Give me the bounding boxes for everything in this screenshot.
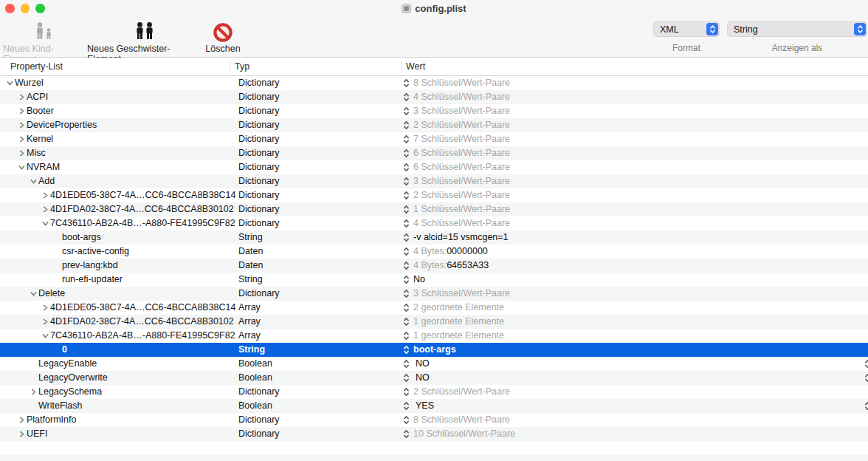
value-stepper-icon[interactable] [403, 120, 410, 130]
table-row[interactable]: 4D1FDA02-38C7-4A…CC6-4BCCA8B30102 Dictio… [0, 202, 868, 216]
value-stepper-icon[interactable] [403, 303, 410, 313]
disclosure-chevron-icon[interactable] [40, 188, 50, 202]
row-value-cell[interactable]: 2 geordnete Elemente [403, 301, 504, 315]
disclosure-chevron-icon[interactable] [40, 216, 50, 230]
row-type[interactable]: String [238, 343, 265, 357]
row-key[interactable]: NVRAM [27, 160, 60, 174]
row-key[interactable]: UEFI [27, 427, 47, 441]
disclosure-chevron-icon[interactable] [28, 287, 38, 301]
value-stepper-icon[interactable] [403, 345, 410, 355]
table-row[interactable]: Kernel Dictionary 7 Schlüssel/Wert-Paare [0, 132, 868, 146]
table-row[interactable]: prev-lang:kbd Daten 4 Bytes: 64653A33 [0, 259, 868, 273]
row-type[interactable]: Dictionary [238, 413, 280, 427]
row-value-cell[interactable]: 6 Schlüssel/Wert-Paare [403, 146, 510, 160]
table-row[interactable]: NVRAM Dictionary 6 Schlüssel/Wert-Paare [0, 160, 868, 174]
row-value-cell[interactable]: 6 Schlüssel/Wert-Paare [403, 160, 510, 174]
value-stepper-icon[interactable] [403, 205, 410, 214]
value-stepper-icon[interactable] [403, 261, 410, 270]
row-type[interactable]: Dictionary [238, 76, 280, 90]
table-row[interactable]: run-efi-updater String No [0, 273, 868, 287]
row-value-cell[interactable]: 2 Schlüssel/Wert-Paare [403, 118, 510, 132]
disclosure-chevron-icon[interactable] [16, 90, 27, 104]
disclosure-chevron-icon[interactable] [16, 160, 27, 174]
table-row[interactable]: Add Dictionary 3 Schlüssel/Wert-Paare [0, 174, 868, 188]
value-stepper-icon[interactable] [403, 429, 410, 439]
row-type[interactable]: Daten [238, 245, 263, 259]
row-type[interactable]: Array [238, 315, 261, 329]
value-stepper-icon[interactable] [403, 275, 410, 284]
row-value-cell[interactable]: NO [403, 371, 430, 385]
row-key[interactable]: Kernel [27, 132, 53, 146]
row-value-cell[interactable]: 8 Schlüssel/Wert-Paare [403, 413, 510, 427]
row-type[interactable]: Daten [238, 259, 263, 273]
row-type[interactable]: Boolean [238, 371, 272, 385]
row-value-cell[interactable]: boot-args [403, 343, 456, 357]
row-value-cell[interactable]: 4 Schlüssel/Wert-Paare [403, 90, 510, 104]
table-row[interactable]: Delete Dictionary 3 Schlüssel/Wert-Paare [0, 287, 868, 301]
table-row[interactable]: LegacySchema Dictionary 2 Schlüssel/Wert… [0, 385, 868, 399]
value-stepper-icon[interactable] [403, 233, 410, 242]
row-value-cell[interactable]: 2 Schlüssel/Wert-Paare [403, 188, 510, 202]
value-stepper-icon[interactable] [403, 387, 410, 397]
row-value-cell[interactable]: 3 Schlüssel/Wert-Paare [403, 287, 510, 301]
row-value-cell[interactable]: YES [403, 399, 434, 413]
value-stepper-icon[interactable] [403, 78, 410, 88]
row-key[interactable]: csr-active-config [62, 245, 129, 259]
row-key[interactable]: Booter [27, 104, 54, 118]
row-key[interactable]: boot-args [62, 230, 101, 245]
disclosure-chevron-icon[interactable] [28, 174, 38, 188]
value-stepper-icon[interactable] [403, 401, 410, 411]
row-value-cell[interactable]: 4 Schlüssel/Wert-Paare [403, 216, 510, 230]
table-row[interactable]: DeviceProperties Dictionary 2 Schlüssel/… [0, 118, 868, 132]
disclosure-chevron-icon[interactable] [40, 329, 50, 343]
boolean-edge-stepper-icon[interactable] [864, 371, 868, 385]
row-key[interactable]: Delete [38, 287, 65, 301]
column-divider[interactable] [230, 61, 230, 72]
value-stepper-icon[interactable] [403, 219, 410, 228]
table-row[interactable]: 7C436110-AB2A-4B…-A880-FE41995C9F82 Dict… [0, 216, 868, 230]
row-key[interactable]: Misc [27, 146, 46, 160]
row-value-cell[interactable]: 7 Schlüssel/Wert-Paare [403, 132, 510, 146]
disclosure-chevron-icon[interactable] [16, 413, 27, 427]
row-type[interactable]: Dictionary [238, 216, 280, 230]
value-stepper-icon[interactable] [403, 373, 410, 383]
table-row[interactable]: Booter Dictionary 3 Schlüssel/Wert-Paare [0, 104, 868, 118]
delete-button[interactable]: Löschen [204, 18, 242, 54]
row-key[interactable]: DeviceProperties [27, 118, 97, 132]
row-type[interactable]: String [238, 273, 263, 287]
value-stepper-icon[interactable] [403, 415, 410, 425]
row-type[interactable]: Dictionary [238, 160, 280, 174]
row-type[interactable]: Dictionary [238, 427, 280, 441]
table-row[interactable]: PlatformInfo Dictionary 8 Schlüssel/Wert… [0, 413, 868, 427]
disclosure-chevron-icon[interactable] [4, 76, 15, 90]
value-stepper-icon[interactable] [403, 289, 410, 298]
value-stepper-icon[interactable] [403, 247, 410, 256]
row-key[interactable]: ACPI [27, 90, 48, 104]
table-row[interactable]: Misc Dictionary 6 Schlüssel/Wert-Paare [0, 146, 868, 160]
disclosure-chevron-icon[interactable] [40, 315, 50, 329]
row-key[interactable]: LegacySchema [38, 385, 102, 399]
row-key[interactable]: 7C436110-AB2A-4B…-A880-FE41995C9F82 [50, 216, 235, 230]
table-row[interactable]: 4D1EDE05-38C7-4A…CC6-4BCCA8B38C14 Array … [0, 301, 868, 315]
row-type[interactable]: Dictionary [238, 174, 280, 188]
row-key[interactable]: WriteFlash [38, 399, 83, 413]
row-value-cell[interactable]: 10 Schlüssel/Wert-Paare [403, 427, 515, 441]
value-stepper-icon[interactable] [403, 148, 410, 158]
value-stepper-icon[interactable] [403, 134, 410, 144]
disclosure-chevron-icon[interactable] [16, 104, 27, 118]
row-value-cell[interactable]: 3 Schlüssel/Wert-Paare [403, 104, 510, 118]
value-stepper-icon[interactable] [403, 106, 410, 116]
boolean-edge-stepper-icon[interactable] [864, 399, 868, 413]
disclosure-chevron-icon[interactable] [16, 118, 27, 132]
table-row[interactable]: LegacyOverwrite Boolean NO [0, 371, 868, 385]
row-value-cell[interactable]: -v alcid=15 vsmcgen=1 [403, 230, 509, 245]
boolean-edge-stepper-icon[interactable] [864, 357, 868, 371]
table-row[interactable]: csr-active-config Daten 4 Bytes: 0000000… [0, 245, 868, 259]
value-stepper-icon[interactable] [403, 331, 410, 341]
row-type[interactable]: Array [238, 301, 261, 315]
value-stepper-icon[interactable] [403, 163, 410, 172]
table-row[interactable]: LegacyEnable Boolean NO [0, 357, 868, 371]
row-value-cell[interactable]: 1 Schlüssel/Wert-Paare [403, 202, 510, 216]
row-type[interactable]: Dictionary [238, 385, 280, 399]
table-row[interactable]: 4D1FDA02-38C7-4A…CC6-4BCCA8B30102 Array … [0, 315, 868, 329]
